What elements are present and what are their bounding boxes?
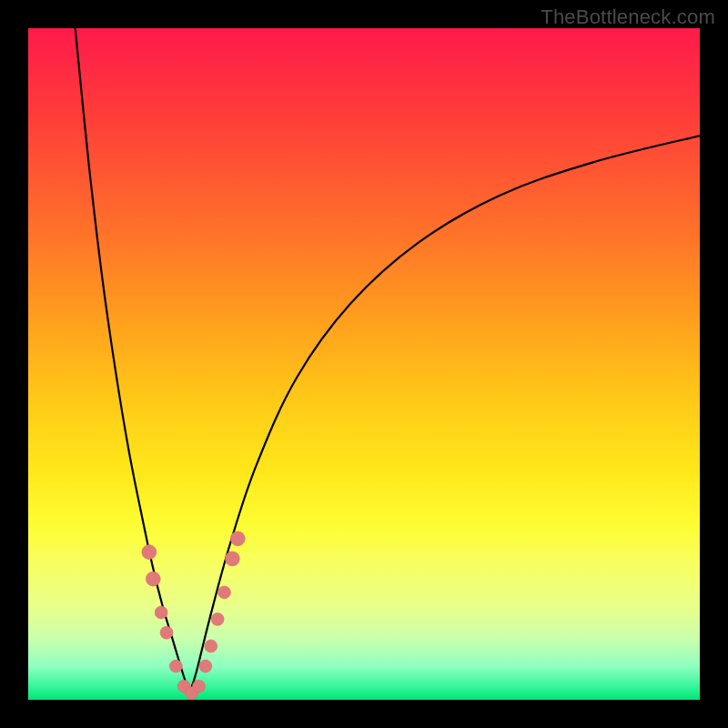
curve-marker	[169, 660, 182, 672]
plot-area	[28, 28, 700, 700]
curve-marker	[211, 612, 224, 625]
curve-left-branch	[76, 28, 189, 693]
bottleneck-curve-svg	[28, 28, 700, 700]
curve-marker	[192, 680, 205, 693]
curve-marker	[217, 586, 230, 599]
chart-frame: TheBottleneck.com	[0, 0, 728, 728]
curve-marker	[230, 531, 245, 546]
curve-right-branch	[189, 136, 700, 693]
curve-marker	[225, 551, 239, 566]
curve-marker	[155, 606, 167, 619]
curve-marker	[199, 660, 212, 672]
curve-marker	[142, 545, 157, 560]
curve-marker	[146, 571, 160, 586]
curve-marker	[205, 640, 217, 652]
curve-marker	[160, 626, 173, 639]
curve-markers	[142, 531, 245, 700]
watermark-text: TheBottleneck.com	[541, 5, 715, 29]
